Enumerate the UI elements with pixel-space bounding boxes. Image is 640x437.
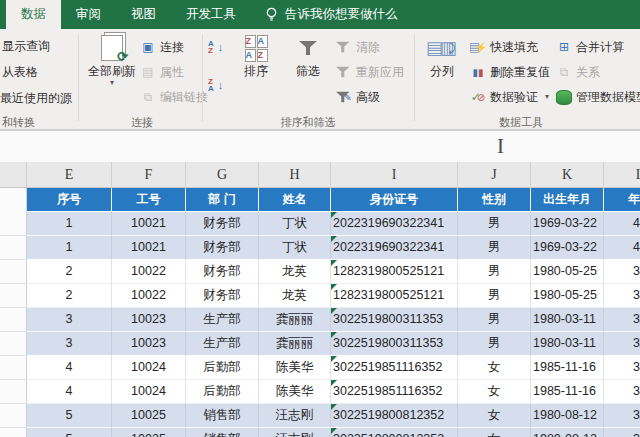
refresh-all-button[interactable]: ⟳ 全部刷新 ▾ xyxy=(84,33,140,86)
cell[interactable]: 1282319800525121 xyxy=(331,284,458,308)
cell[interactable]: 31 xyxy=(604,380,640,404)
sort-button[interactable]: Z A A Z 排序 xyxy=(234,33,278,80)
row-header-stub[interactable] xyxy=(0,428,27,437)
data-validation-dropdown-arrow[interactable]: ▾ xyxy=(545,94,549,100)
row-header-stub[interactable] xyxy=(0,284,27,308)
column-letter-L[interactable]: L xyxy=(604,162,640,187)
table-header-cell[interactable]: 序号 xyxy=(27,188,112,212)
cell[interactable]: 10025 xyxy=(112,428,186,437)
cell[interactable]: 5 xyxy=(27,428,112,437)
cell[interactable]: 1969-03-22 xyxy=(531,212,604,236)
cell[interactable]: 36 xyxy=(604,428,640,437)
table-header-cell[interactable]: 年龄 xyxy=(604,188,640,212)
table-header-cell[interactable]: 工号 xyxy=(112,188,186,212)
cell[interactable]: 男 xyxy=(458,260,531,284)
row-header-stub[interactable] xyxy=(0,260,27,284)
cell[interactable]: 财务部 xyxy=(186,260,259,284)
cell[interactable]: 男 xyxy=(458,236,531,260)
data-validation-button[interactable]: ✓⊘ 数据验证 ▾ xyxy=(470,88,549,106)
cell[interactable]: 31 xyxy=(604,356,640,380)
cell[interactable]: 龚丽丽 xyxy=(259,308,331,332)
row-header-stub[interactable] xyxy=(0,308,27,332)
column-letter-E[interactable]: E xyxy=(27,162,112,187)
from-table-button[interactable]: 从表格 xyxy=(2,63,38,81)
table-header-cell[interactable]: 身份证号 xyxy=(331,188,458,212)
tell-me-box[interactable]: 告诉我你想要做什么 xyxy=(265,0,398,29)
column-letter-J[interactable]: J xyxy=(458,162,531,187)
cell[interactable]: 37 xyxy=(604,284,640,308)
cell[interactable]: 1980-08-12 xyxy=(531,428,604,437)
cell[interactable]: 48 xyxy=(604,212,640,236)
row-header-stub[interactable] xyxy=(0,380,27,404)
cell[interactable]: 1 xyxy=(27,236,112,260)
cell[interactable]: 1980-05-25 xyxy=(531,260,604,284)
column-letter-I[interactable]: I xyxy=(331,162,458,187)
cell[interactable]: 3022519851116352 xyxy=(331,356,458,380)
cell[interactable]: 3022519800812352 xyxy=(331,404,458,428)
cell[interactable]: 1980-03-11 xyxy=(531,308,604,332)
cell[interactable]: 10021 xyxy=(112,212,186,236)
table-header-cell[interactable]: 出生年月 xyxy=(531,188,604,212)
cell[interactable]: 3 xyxy=(27,332,112,356)
sort-descending-button[interactable]: ZA ↓ xyxy=(208,76,223,94)
cell[interactable]: 4 xyxy=(27,380,112,404)
row-header-stub[interactable] xyxy=(0,212,27,236)
cell[interactable]: 女 xyxy=(458,380,531,404)
cell[interactable]: 10024 xyxy=(112,356,186,380)
formula-bar[interactable]: I xyxy=(0,130,640,162)
cell[interactable]: 10022 xyxy=(112,260,186,284)
cell[interactable]: 48 xyxy=(604,236,640,260)
ribbon-tab[interactable]: 开发工具 xyxy=(171,0,251,29)
cell[interactable]: 10023 xyxy=(112,332,186,356)
cell[interactable]: 财务部 xyxy=(186,284,259,308)
cell[interactable]: 陈美华 xyxy=(259,356,331,380)
cell[interactable]: 女 xyxy=(458,404,531,428)
filter-button[interactable]: 筛选 xyxy=(286,33,330,80)
row-header-stub[interactable] xyxy=(0,188,27,212)
cell[interactable]: 10023 xyxy=(112,308,186,332)
cell[interactable]: 10022 xyxy=(112,284,186,308)
cell[interactable]: 女 xyxy=(458,428,531,437)
cell[interactable]: 1985-11-16 xyxy=(531,356,604,380)
column-letter-F[interactable]: F xyxy=(112,162,186,187)
cell[interactable]: 女 xyxy=(458,356,531,380)
cell[interactable]: 10025 xyxy=(112,404,186,428)
cell[interactable]: 1969-03-22 xyxy=(531,236,604,260)
cell[interactable]: 男 xyxy=(458,284,531,308)
cell[interactable]: 1 xyxy=(27,212,112,236)
ribbon-tab[interactable]: 数据 xyxy=(6,0,61,29)
show-queries-button[interactable]: 显示查询 xyxy=(2,37,50,55)
cell[interactable]: 龙英 xyxy=(259,260,331,284)
row-header-stub[interactable] xyxy=(0,404,27,428)
cell[interactable]: 男 xyxy=(458,308,531,332)
cell[interactable]: 10021 xyxy=(112,236,186,260)
table-header-cell[interactable]: 姓名 xyxy=(259,188,331,212)
cell[interactable]: 5 xyxy=(27,404,112,428)
cell[interactable]: 生产部 xyxy=(186,332,259,356)
cell[interactable]: 3022519800311353 xyxy=(331,308,458,332)
cell[interactable]: 37 xyxy=(604,260,640,284)
ribbon-tab[interactable]: 审阅 xyxy=(61,0,116,29)
ribbon-tab[interactable]: 视图 xyxy=(116,0,171,29)
cell[interactable]: 10024 xyxy=(112,380,186,404)
advanced-filter-button[interactable]: ✎ 高级 xyxy=(336,88,380,106)
cell[interactable]: 男 xyxy=(458,332,531,356)
cell[interactable]: 1985-11-16 xyxy=(531,380,604,404)
row-header-stub[interactable] xyxy=(0,356,27,380)
cell[interactable]: 丁状 xyxy=(259,236,331,260)
column-letter-H[interactable]: H xyxy=(259,162,331,187)
cell[interactable]: 2022319690322341 xyxy=(331,212,458,236)
cell[interactable]: 1980-03-11 xyxy=(531,332,604,356)
cell[interactable]: 1980-08-12 xyxy=(531,404,604,428)
cell[interactable]: 3 xyxy=(27,308,112,332)
cell[interactable]: 丁状 xyxy=(259,212,331,236)
cell[interactable]: 4 xyxy=(27,356,112,380)
cell[interactable]: 2 xyxy=(27,260,112,284)
cell[interactable]: 37 xyxy=(604,332,640,356)
cell[interactable]: 龙英 xyxy=(259,284,331,308)
cell[interactable]: 3022519851116352 xyxy=(331,380,458,404)
cell[interactable]: 销售部 xyxy=(186,428,259,437)
table-header-cell[interactable]: 部 门 xyxy=(186,188,259,212)
cell[interactable]: 1980-05-25 xyxy=(531,284,604,308)
cell[interactable]: 生产部 xyxy=(186,308,259,332)
